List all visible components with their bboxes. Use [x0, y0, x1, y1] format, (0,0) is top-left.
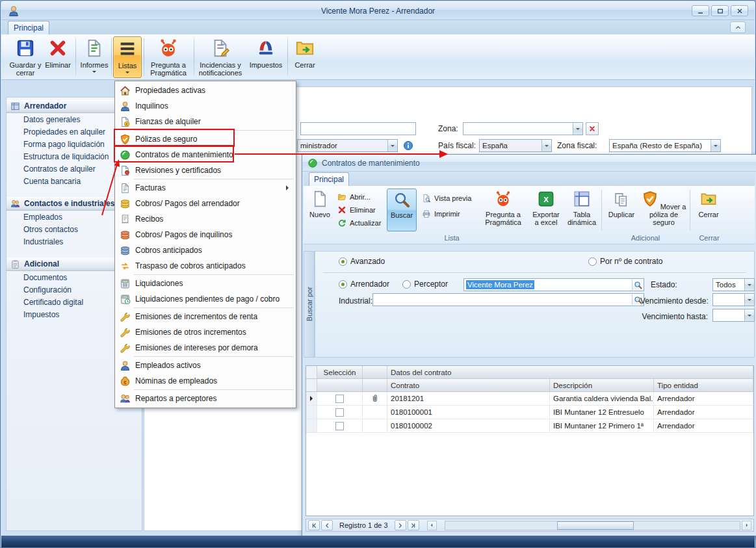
refresh-button[interactable]: Actualizar [337, 217, 381, 229]
close-ribbon-button[interactable]: Cerrar [290, 36, 320, 78]
radio-arrendador[interactable]: Arrendador [339, 280, 389, 289]
menu-item-liquidaciones-pendientes[interactable]: Liquidaciones pendientes de pago / cobro [116, 291, 295, 307]
lists-button[interactable]: Listas [113, 36, 142, 78]
radio-button[interactable] [588, 257, 597, 266]
menu-item-cobros-pagos-de-inquilinos[interactable]: Cobros/ Pagos de inquilinos [116, 227, 295, 242]
clear-zona-button[interactable] [586, 122, 599, 135]
menu-item-recibos[interactable]: Recibos [116, 211, 295, 227]
nav-first-button[interactable] [308, 520, 320, 530]
tab-principal[interactable]: Principal [8, 21, 49, 34]
arrendador-search-input[interactable]: Vicente Mora Perez [463, 278, 644, 291]
scrollbar-thumb[interactable] [557, 521, 634, 530]
export-excel-button[interactable]: X Exportar a excel [530, 189, 562, 231]
menu-item-nominas-de-empleados[interactable]: €Nóminas de empleados [116, 373, 295, 389]
reports-button[interactable]: Informes [78, 36, 111, 78]
nav-last-button[interactable] [408, 520, 419, 530]
maximize-button[interactable] [711, 5, 729, 16]
row-checkbox[interactable] [335, 408, 344, 417]
close-list-button[interactable]: Cerrar [694, 189, 723, 231]
horizontal-scrollbar[interactable] [445, 521, 740, 530]
chevron-down-icon[interactable] [744, 294, 754, 306]
move-to-policy-button[interactable]: Mover a póliza de seguro [640, 189, 687, 231]
minimize-button[interactable] [692, 5, 709, 16]
duplicate-button[interactable]: Duplicar [605, 189, 638, 231]
radio-perceptor[interactable]: Perceptor [402, 280, 448, 289]
radio-button[interactable] [402, 280, 411, 289]
name-input[interactable] [300, 122, 416, 135]
radio-button[interactable] [339, 257, 347, 266]
new-button[interactable]: Nuevo [306, 189, 333, 231]
menu-item-polizas-de-seguro[interactable]: Pólizas de seguro [116, 131, 295, 147]
hscroll-left-button[interactable] [427, 521, 437, 530]
chevron-down-icon[interactable] [387, 140, 397, 151]
incidents-button[interactable]: Incidencias y notificaciones [196, 36, 245, 78]
menu-item-inquilinos[interactable]: Inquilinos [116, 98, 295, 114]
lookup-button[interactable] [632, 280, 643, 290]
table-row[interactable]: 0180100001 IBI Muntaner 12 Entresuelo Ar… [306, 406, 753, 419]
zona-fiscal-combo[interactable]: España (Resto de España) [609, 139, 721, 152]
radio-avanzado[interactable]: Avanzado [339, 257, 385, 266]
menu-item-traspaso-de-cobros-anticipados[interactable]: Traspaso de cobros anticipados [116, 258, 295, 274]
grid-col-seleccion[interactable] [317, 379, 363, 391]
ask-pragmatica-button[interactable]: Pregunta a Pragmática [146, 36, 191, 78]
menu-item-emisiones-otros-incrementos[interactable]: Emisiones de otros incrementos [116, 324, 295, 340]
hscroll-right-button[interactable] [742, 521, 751, 530]
menu-item-contratos-de-mantenimiento[interactable]: Contratos de mantenimiento [116, 147, 295, 163]
delete-button[interactable]: Eliminar [43, 36, 73, 78]
pivot-table-button[interactable]: Tabla dinámica [565, 189, 599, 231]
menu-item-revisiones-y-certificados[interactable]: Revisiones y certificados [116, 163, 295, 178]
delete-record-button[interactable]: Eliminar [337, 204, 376, 216]
chevron-down-icon[interactable] [573, 123, 582, 135]
chevron-down-icon[interactable] [541, 140, 551, 151]
ask-pragmatica-button[interactable]: Pregunta a Pragmática [480, 189, 526, 231]
titlebar[interactable]: Vicente Mora Perez - Arrendador [1, 1, 755, 20]
vencimiento-desde-input[interactable] [712, 293, 755, 306]
grid-col-attachment[interactable] [363, 379, 387, 391]
menu-item-emisiones-intereses-demora[interactable]: Emisiones de intereses por demora [116, 340, 295, 356]
pais-fiscal-combo[interactable]: España [479, 139, 552, 152]
search-side-tab[interactable]: Buscar por [304, 251, 315, 358]
menu-item-liquidaciones[interactable]: Liquidaciones [116, 276, 295, 291]
taxes-button[interactable]: Impuestos [247, 36, 285, 78]
row-select-cell[interactable] [317, 406, 363, 419]
vencimiento-hasta-input[interactable] [712, 309, 755, 322]
radio-por-numero-contrato[interactable]: Por nº de contrato [588, 257, 662, 266]
estado-combo[interactable]: Todos [712, 278, 755, 291]
close-button[interactable] [731, 5, 748, 16]
nav-next-button[interactable] [395, 520, 406, 530]
menu-item-cobros-anticipados[interactable]: Cobros anticipados [116, 242, 295, 258]
menu-item-cobros-pagos-del-arrendador[interactable]: Cobros/ Pagos del arrendador [116, 196, 295, 211]
menu-item-fianzas-de-alquiler[interactable]: €Fianzas de alquiler [116, 114, 295, 129]
search-button[interactable]: Buscar [387, 189, 417, 231]
industrial-search-input[interactable] [372, 293, 644, 306]
menu-item-propiedades-activas[interactable]: Propiedades activas [116, 83, 295, 98]
menu-item-repartos-a-perceptores[interactable]: Repartos a perceptores [116, 391, 295, 406]
preview-button[interactable]: Vista previa [422, 192, 471, 204]
row-checkbox[interactable] [335, 422, 344, 430]
row-select-cell[interactable] [317, 392, 363, 405]
table-row[interactable]: 20181201 Garantia caldera vivienda Bal..… [306, 392, 753, 406]
row-select-cell[interactable] [317, 419, 363, 432]
open-button[interactable]: Abrir... [337, 191, 371, 203]
grid-col-descripcion[interactable]: Descripción [550, 379, 654, 391]
grid-col-tipo-entidad[interactable]: Tipo entidad [654, 379, 753, 391]
child-tab-principal[interactable]: Principal [309, 172, 349, 186]
child-titlebar[interactable]: Contratos de mantenimiento [302, 155, 756, 172]
table-row[interactable]: 0180100002 IBI Muntaner 12 Primero 1ª Ar… [306, 419, 753, 433]
menu-item-emisiones-incrementos-renta[interactable]: Emisiones de incrementos de renta [116, 309, 295, 324]
administrator-combo[interactable]: ministrador [297, 139, 398, 152]
info-icon[interactable] [403, 140, 413, 151]
nav-prev-button[interactable] [321, 520, 333, 530]
menu-item-facturas[interactable]: Facturas [116, 180, 295, 196]
zona-combo[interactable] [463, 122, 583, 135]
row-checkbox[interactable] [335, 395, 344, 403]
menu-item-empleados-activos[interactable]: Empleados activos [116, 358, 295, 373]
chevron-down-icon[interactable] [710, 140, 720, 151]
print-button[interactable]: Imprimir [422, 208, 460, 220]
chevron-down-icon[interactable] [744, 309, 754, 321]
grid-col-contrato[interactable]: Contrato [387, 379, 550, 391]
radio-button[interactable] [339, 280, 347, 289]
collapse-ribbon-button[interactable] [730, 21, 746, 33]
save-close-button[interactable]: Guardar y cerrar [9, 36, 42, 78]
chevron-down-icon[interactable] [744, 279, 754, 291]
